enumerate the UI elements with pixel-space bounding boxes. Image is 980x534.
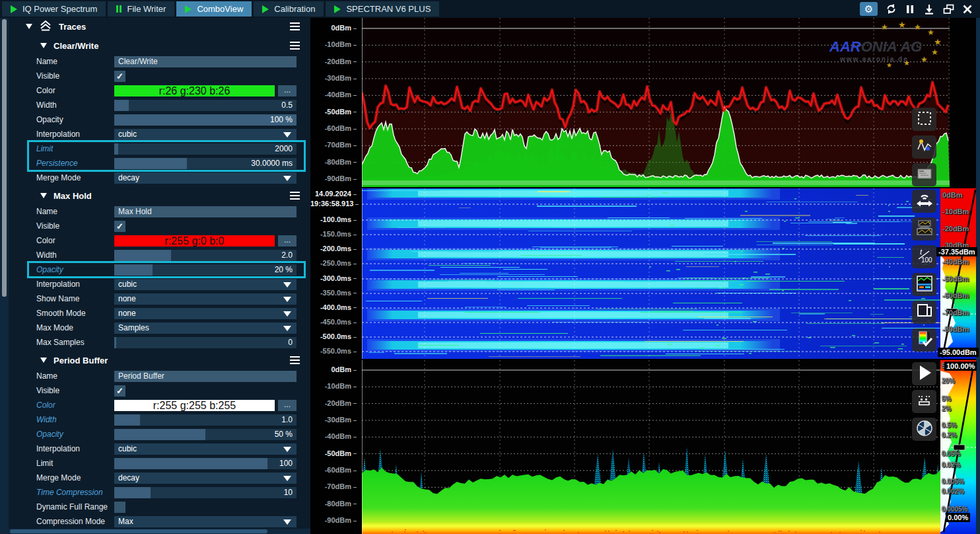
max-samples-slider[interactable]: 0	[114, 337, 297, 348]
width-slider[interactable]: 1.0	[114, 414, 297, 426]
combo-display-button[interactable]	[912, 273, 936, 296]
time-compression-slider[interactable]: 10	[114, 487, 297, 498]
row-period-buffer-merge-mode: Merge Modedecay	[9, 471, 310, 485]
chevron-down-icon	[283, 476, 291, 481]
axis-label: -20dBm	[310, 399, 357, 407]
tab-comboview[interactable]: ComboView	[176, 1, 252, 17]
section-title: Max Hold	[53, 191, 92, 201]
rosette-button[interactable]	[912, 418, 936, 441]
tab-iq-power-spectrum[interactable]: IQ Power Spectrum	[2, 1, 106, 17]
interpolation-dropdown[interactable]: cubic	[114, 129, 297, 140]
axis-label: -500.0ms	[310, 332, 357, 340]
marker-config-button[interactable]	[912, 390, 936, 413]
row-label: Opacity	[36, 115, 114, 124]
color-picker-button[interactable]: ...	[278, 85, 297, 96]
spline-interpolation-button[interactable]	[912, 135, 936, 159]
collapse-triangle-icon[interactable]	[40, 358, 47, 363]
persistence-slider[interactable]: 30.0000 ms	[114, 158, 297, 169]
color-swatch[interactable]: r:255 g:255 b:255	[114, 400, 275, 411]
chevron-down-icon	[283, 132, 291, 137]
limit-slider[interactable]: 2000	[114, 143, 297, 155]
limit-slider[interactable]: 100	[114, 458, 297, 469]
panel-vertical-scrollbar[interactable]	[0, 18, 9, 534]
collapse-triangle-icon[interactable]	[40, 193, 47, 198]
pause-button[interactable]	[904, 2, 916, 16]
row-period-buffer-visible: Visible✓	[9, 383, 310, 398]
row-label: Smooth Mode	[36, 309, 114, 318]
color-swatch[interactable]: r:255 g:0 b:0	[114, 235, 275, 247]
signal-direction-button[interactable]	[912, 190, 936, 213]
opacity-slider[interactable]: 50 %	[114, 429, 297, 440]
row-label: Max Mode	[36, 323, 114, 332]
name-field[interactable]: Clear/Write	[114, 56, 297, 67]
time-compression-icon: t100	[915, 247, 934, 268]
show-name-dropdown[interactable]: none	[114, 293, 297, 305]
waterfall-plot[interactable]	[362, 188, 940, 359]
tab-calibration[interactable]: Calibration	[254, 1, 324, 17]
axis-label: -100.0ms	[310, 215, 357, 223]
chevron-down-icon	[283, 519, 291, 525]
row-label: Show Name	[36, 294, 114, 303]
row-clear-write-merge-mode: Merge Modedecay	[9, 171, 310, 185]
zoom-select-button[interactable]	[912, 108, 936, 131]
name-field[interactable]: Max Hold	[114, 206, 297, 217]
color-swatch[interactable]: r:26 g:230 b:26	[114, 85, 275, 96]
dual-spectrum-button[interactable]	[912, 217, 936, 241]
play-button[interactable]	[912, 362, 936, 385]
signal-direction-icon	[915, 191, 934, 212]
screenshot-button[interactable]	[912, 163, 936, 186]
collapse-triangle-icon[interactable]	[26, 24, 32, 29]
dynamic-full-range-checkbox[interactable]	[114, 502, 125, 513]
slider-value: 30.0000 ms	[251, 158, 293, 169]
scrollbar-thumb[interactable]	[10, 529, 267, 533]
axis-label: -80dBm	[310, 500, 357, 508]
histogram-plot[interactable]	[362, 360, 940, 534]
axis-label: -70dBm	[310, 482, 357, 490]
collapse-triangle-icon[interactable]	[40, 43, 47, 48]
opacity-slider[interactable]: 20 %	[114, 264, 297, 276]
copy-display-button[interactable]	[912, 301, 936, 324]
tab-file-writer[interactable]: File Writer	[108, 1, 174, 17]
row-clear-write-color: Colorr:26 g:230 b:26...	[9, 83, 310, 98]
color-picker-button[interactable]: ...	[278, 235, 297, 247]
close-button[interactable]	[962, 2, 973, 16]
play-icon	[334, 5, 341, 13]
tab-spectran-v6-plus[interactable]: SPECTRAN V6 PLUS	[326, 1, 439, 17]
layout-button[interactable]	[942, 2, 954, 16]
visible-checkbox[interactable]: ✓	[114, 385, 125, 397]
merge-mode-dropdown[interactable]: decay	[114, 172, 297, 184]
interpolation-dropdown[interactable]: cubic	[114, 279, 297, 290]
traces-menu-icon[interactable]	[290, 22, 300, 31]
save-button[interactable]	[923, 2, 935, 16]
smooth-mode-dropdown[interactable]: none	[114, 308, 297, 319]
scale-label: -40dBm	[942, 258, 969, 266]
visible-checkbox[interactable]: ✓	[114, 221, 125, 232]
color-picker-button[interactable]: ...	[278, 400, 297, 411]
interpolation-dropdown[interactable]: cubic	[114, 443, 297, 455]
scale-label: -70dBm	[942, 309, 969, 317]
width-slider[interactable]: 2.0	[114, 250, 297, 261]
section-menu-icon[interactable]	[290, 192, 300, 200]
section-menu-icon[interactable]	[290, 42, 300, 50]
slider-fill	[114, 429, 205, 440]
scrollbar-thumb[interactable]	[2, 19, 7, 297]
opacity-slider[interactable]: 100 %	[114, 114, 297, 126]
sync-button[interactable]	[885, 2, 897, 16]
histogram-percent-scale[interactable]: 100.00% 0.00% 50%20%5%2%0.5%0.2%0.05%0.0…	[940, 360, 976, 534]
visible-checkbox[interactable]: ✓	[114, 71, 125, 82]
waterfall-amplitude-scale[interactable]: -37.35dBm -95.00dBm 0dBm-10dBm-20dBm-30d…	[940, 188, 976, 359]
compression-mode-dropdown[interactable]: Max	[114, 516, 297, 527]
axis-label: -20dBm	[310, 57, 357, 65]
row-label: Compression Mode	[36, 517, 114, 526]
time-compression-button[interactable]: t100	[912, 245, 936, 268]
row-label: Dynamic Full Range	[36, 502, 114, 512]
spectrum-plot[interactable]	[362, 18, 950, 187]
panel-horizontal-scrollbar[interactable]	[9, 529, 310, 534]
section-menu-icon[interactable]	[290, 356, 300, 365]
merge-mode-dropdown[interactable]: decay	[114, 473, 297, 484]
settings-button[interactable]: ⚙	[860, 2, 878, 16]
colormap-select-button[interactable]	[912, 328, 936, 352]
width-slider[interactable]: 0.5	[114, 100, 297, 111]
name-field[interactable]: Period Buffer	[114, 371, 297, 382]
max-mode-dropdown[interactable]: Samples	[114, 323, 297, 334]
